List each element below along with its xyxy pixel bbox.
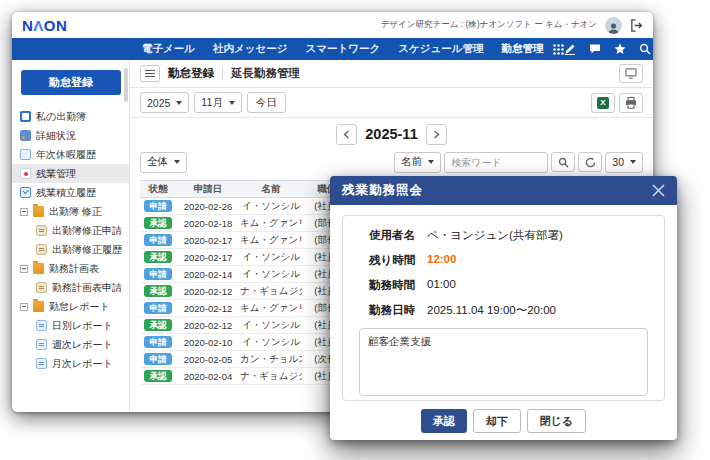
print-button[interactable] (619, 93, 643, 113)
month-select[interactable]: 11月 (194, 92, 241, 113)
sidebar-item-label: 年次休暇履歴 (36, 148, 96, 162)
document-icon (36, 225, 47, 236)
collapse-icon[interactable] (20, 265, 28, 273)
star-icon[interactable] (614, 43, 626, 55)
chevron-down-icon (428, 160, 434, 164)
sidebar-item-label: 勤務計画表申請 (52, 281, 122, 295)
sidebar-item-9[interactable]: 勤務計画表申請 (12, 278, 129, 297)
sidebar-item-5[interactable]: 出勤簿 修正 (12, 202, 129, 221)
status-badge: 承認 (144, 217, 172, 229)
sidebar-menu: 私の出勤簿詳細状況年次休暇履歴残業管理残業積立履歴出勤簿 修正出勤簿修正申請出勤… (12, 107, 129, 373)
approve-button[interactable]: 承認 (421, 409, 467, 433)
refresh-icon (585, 157, 596, 168)
nav-item-3[interactable]: スケジュール管理 (398, 42, 483, 56)
collapse-icon[interactable] (20, 303, 28, 311)
attendance-register-button[interactable]: 勤怠登録 (21, 70, 121, 95)
modal-body: 使用者名ペ・ヨンジュン(共有部署)残り時間12:00勤務時間01:00勤務日時2… (330, 205, 677, 402)
status-badge: 申請 (144, 234, 172, 246)
account-info: デザイン研究チーム : (株)ナオンソフト ー キム・ナオン (381, 19, 597, 31)
logout-icon[interactable] (630, 19, 643, 32)
search-field-select[interactable]: 名前 (394, 152, 441, 173)
page-size-select[interactable]: 30 (605, 152, 643, 173)
sidebar-item-12[interactable]: 週次レポート (12, 335, 129, 354)
sidebar-item-3[interactable]: 残業管理 (12, 164, 129, 183)
scope-select[interactable]: 全体 (140, 152, 187, 173)
field-value: 12:00 (427, 253, 456, 268)
nav-item-4[interactable]: 勤怠管理 (501, 42, 543, 56)
today-button[interactable]: 今日 (247, 92, 286, 113)
sidebar-item-4[interactable]: 残業積立履歴 (12, 183, 129, 202)
cell-date: 2020-02-10 (176, 334, 240, 351)
sidebar-item-11[interactable]: 日別レポート (12, 316, 129, 335)
reject-button[interactable]: 却下 (473, 409, 521, 433)
nav-item-2[interactable]: スマートワーク (305, 42, 380, 56)
cell-date: 2020-02-14 (176, 266, 240, 283)
nav-item-0[interactable]: 電子メール (142, 42, 195, 56)
date-toolbar: 2025 11月 今日 X (130, 88, 653, 118)
prev-month-button[interactable] (336, 124, 357, 145)
sidebar-item-label: 勤怠レポート (49, 300, 110, 314)
cell-name: イ・ソンシル (240, 266, 302, 283)
cell-name: キム・グァンリ (240, 300, 302, 317)
status-badge: 申請 (144, 336, 172, 348)
close-button[interactable]: 閉じる (527, 409, 587, 433)
app-grid-icon[interactable] (553, 44, 564, 55)
avatar[interactable] (605, 17, 622, 34)
attendance-book-icon (20, 111, 31, 122)
modal-titlebar: 残業勤務照会 (330, 176, 677, 205)
detail-status-icon (20, 130, 31, 141)
sidebar-item-8[interactable]: 勤務計画表 (12, 259, 129, 278)
sidebar-scrollbar[interactable] (124, 68, 128, 102)
sidebar-item-7[interactable]: 出勤簿修正履歴 (12, 240, 129, 259)
hamburger-icon[interactable] (140, 65, 160, 82)
year-select[interactable]: 2025 (140, 92, 189, 113)
cell-name: イ・ソンシル (240, 334, 302, 351)
excel-export-button[interactable]: X (591, 93, 615, 113)
page-title: 延長勤務管理 (231, 66, 300, 81)
sidebar-item-6[interactable]: 出勤簿修正申請 (12, 221, 129, 240)
compose-icon[interactable] (564, 43, 576, 55)
search-icon[interactable] (639, 43, 651, 55)
year-value: 2025 (147, 97, 170, 109)
chevron-down-icon (229, 101, 235, 105)
cell-name: イ・ソンシル (240, 317, 302, 334)
cell-name: キム・グァンリ (240, 215, 302, 232)
cell-date: 2020-02-04 (176, 368, 240, 385)
chat-icon[interactable] (589, 43, 601, 55)
refresh-button[interactable] (578, 152, 602, 172)
month-value: 11月 (201, 96, 222, 110)
search-input[interactable] (444, 152, 548, 173)
sidebar-item-13[interactable]: 月次レポート (12, 354, 129, 373)
page-size-value: 30 (612, 156, 624, 168)
overtime-history-icon (20, 187, 31, 198)
sidebar-item-1[interactable]: 詳細状況 (12, 126, 129, 145)
current-month-label: 2025-11 (365, 126, 417, 142)
search-button[interactable] (551, 152, 575, 172)
annual-leave-icon (20, 149, 31, 160)
status-badge: 承認 (144, 370, 172, 382)
sidebar-item-10[interactable]: 勤怠レポート (12, 297, 129, 316)
excel-icon: X (597, 97, 609, 109)
sidebar-item-0[interactable]: 私の出勤簿 (12, 107, 129, 126)
cell-date: 2020-02-18 (176, 215, 240, 232)
field-label: 勤務時間 (369, 278, 427, 293)
monitor-view-icon[interactable] (619, 64, 643, 83)
memo-textarea[interactable]: 顧客企業支援 (359, 328, 648, 396)
close-icon[interactable] (652, 184, 665, 197)
next-month-button[interactable] (426, 124, 447, 145)
sidebar-item-2[interactable]: 年次休暇履歴 (12, 145, 129, 164)
scope-value: 全体 (147, 155, 168, 169)
sidebar-item-label: 出勤簿修正履歴 (52, 243, 122, 257)
nav-item-1[interactable]: 社内メッセージ (213, 42, 287, 56)
folder-icon (33, 301, 44, 312)
status-badge: 承認 (144, 251, 172, 263)
cell-name: ナ・ギョムジク (240, 368, 302, 385)
report-icon (36, 358, 47, 369)
modal-title: 残業勤務照会 (342, 182, 423, 199)
chevron-down-icon (176, 101, 182, 105)
naon-logo[interactable]: NΛON (22, 17, 67, 34)
nav-menu: 電子メール社内メッセージスマートワークスケジュール管理勤怠管理 (142, 42, 543, 56)
collapse-icon[interactable] (20, 208, 28, 216)
sidebar-item-label: 月次レポート (52, 357, 113, 371)
month-navigation: 2025-11 (130, 118, 653, 150)
